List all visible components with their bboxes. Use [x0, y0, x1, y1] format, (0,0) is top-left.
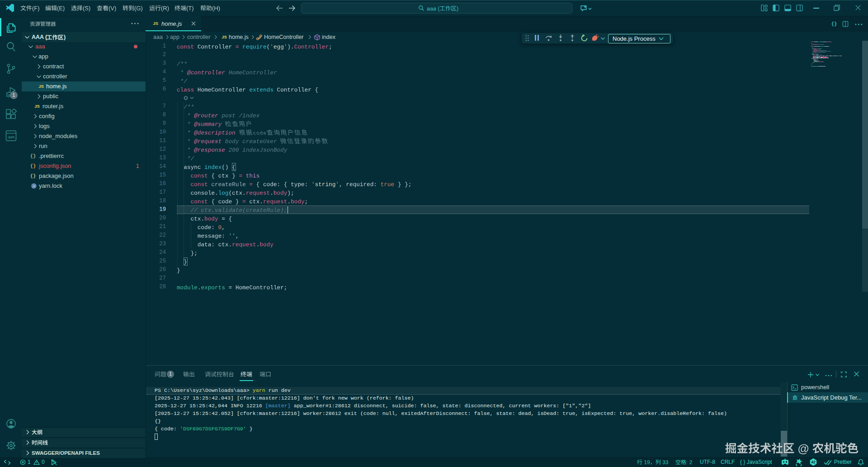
svg-text:/API: /API	[8, 135, 14, 139]
svg-text:42: 42	[811, 460, 816, 464]
